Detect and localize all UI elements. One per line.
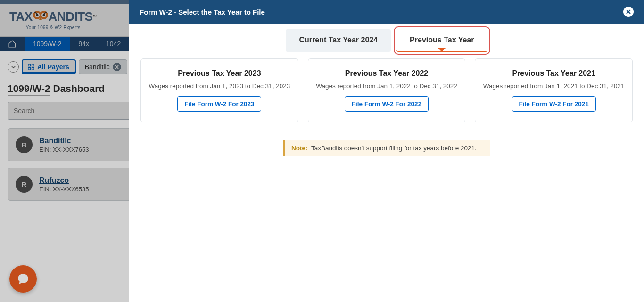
file-w2-2023-button[interactable]: File Form W-2 For 2023: [177, 96, 261, 112]
close-icon: [626, 9, 631, 15]
card-subtitle: Wages reported from Jan 1, 2022 to Dec 3…: [315, 82, 459, 90]
tab-current-year[interactable]: Current Tax Year 2024: [286, 29, 391, 52]
modal-close-button[interactable]: [623, 7, 634, 17]
modal-header: Form W-2 - Select the Tax Year to File: [129, 0, 644, 24]
modal-title: Form W-2 - Select the Tax Year to File: [140, 8, 265, 16]
card-title: Previous Tax Year 2021: [482, 69, 626, 78]
divider: [140, 131, 633, 131]
tab-previous-year[interactable]: Previous Tax Year: [396, 29, 487, 52]
card-subtitle: Wages reported from Jan 1, 2021 to Dec 3…: [482, 82, 626, 90]
note-box: Note: TaxBandits doesn't support filing …: [283, 140, 490, 156]
tax-year-card-2021: Previous Tax Year 2021 Wages reported fr…: [475, 58, 633, 122]
file-w2-2022-button[interactable]: File Form W-2 For 2022: [345, 96, 429, 112]
year-tabs: Current Tax Year 2024 Previous Tax Year: [140, 29, 633, 52]
note-text: TaxBandits doesn't support filing for ta…: [311, 145, 477, 152]
modal-body: Current Tax Year 2024 Previous Tax Year …: [129, 24, 644, 302]
card-subtitle: Wages reported from Jan 1, 2023 to Dec 3…: [148, 82, 291, 90]
tax-year-card-2023: Previous Tax Year 2023 Wages reported fr…: [140, 58, 298, 122]
modal: Form W-2 - Select the Tax Year to File C…: [129, 0, 644, 302]
file-w2-2021-button[interactable]: File Form W-2 For 2021: [512, 96, 596, 112]
note-label: Note:: [291, 145, 308, 152]
card-title: Previous Tax Year 2023: [148, 69, 291, 78]
tax-year-card-2022: Previous Tax Year 2022 Wages reported fr…: [308, 58, 466, 122]
card-title: Previous Tax Year 2022: [315, 69, 459, 78]
tax-year-cards: Previous Tax Year 2023 Wages reported fr…: [140, 58, 633, 122]
